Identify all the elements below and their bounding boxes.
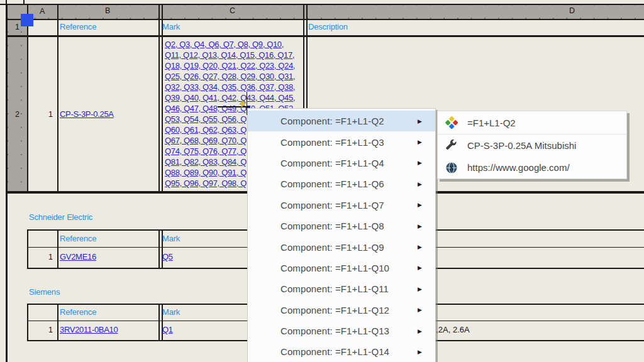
menu-item-component-q13[interactable]: Component: =F1+L1-Q13 ▶ bbox=[248, 321, 435, 341]
submenu-arrow-icon: ▶ bbox=[418, 223, 422, 229]
group-row-quantity: 1 bbox=[48, 253, 53, 261]
submenu-arrow-icon: ▶ bbox=[418, 307, 422, 313]
submenu-item-reference[interactable]: CP-S-3P-0.25A Mitsubishi bbox=[438, 134, 626, 156]
row-header-2[interactable]: 2 bbox=[15, 111, 19, 119]
grid-line bbox=[158, 304, 160, 341]
wrench-icon bbox=[445, 140, 458, 152]
context-menu: Component: =F1+L1-Q2 ▶ Component: =F1+L1… bbox=[247, 108, 436, 362]
column-header-d[interactable]: D bbox=[569, 7, 575, 15]
group-row-mark-link[interactable]: Q5 bbox=[162, 253, 173, 261]
group-title-siemens: Siemens bbox=[29, 288, 60, 297]
menu-item-label: Component: =F1+L1-Q11 bbox=[280, 283, 389, 294]
column-header-c[interactable]: C bbox=[230, 7, 235, 15]
menu-item-component-q6[interactable]: Component: =F1+L1-Q6 ▶ bbox=[248, 173, 435, 194]
main-row-quantity: 1 bbox=[48, 111, 53, 119]
mark-line[interactable]: Q25, Q26, Q27, Q28, Q29, Q30, Q31, bbox=[165, 71, 295, 82]
component-icon bbox=[445, 116, 458, 129]
grid-line bbox=[7, 35, 644, 37]
submenu-arrow-icon: ▶ bbox=[418, 265, 422, 271]
row-header-strip bbox=[7, 19, 27, 192]
group-row-description: 0,2A, 2.6A bbox=[431, 326, 470, 334]
menu-item-component-q12[interactable]: Component: =F1+L1-Q12 ▶ bbox=[248, 300, 435, 321]
group-header-reference: Reference bbox=[60, 308, 96, 317]
submenu-arrow-icon: ▶ bbox=[418, 118, 422, 124]
grid-line bbox=[162, 5, 163, 192]
submenu-arrow-icon: ▶ bbox=[418, 160, 422, 166]
menu-item-label: Component: =F1+L1-Q12 bbox=[280, 305, 389, 315]
grid-line bbox=[158, 5, 160, 192]
grid-line bbox=[27, 304, 28, 341]
group-header-reference: Reference bbox=[60, 234, 96, 243]
menu-item-label: Component: =F1+L1-Q10 bbox=[280, 263, 389, 273]
submenu-arrow-icon: ▶ bbox=[418, 139, 422, 145]
group-row-reference-link[interactable]: 3RV2011-0BA10 bbox=[60, 326, 118, 334]
group-title-schneider: Schneider Electric bbox=[29, 213, 92, 222]
menu-item-component-q9[interactable]: Component: =F1+L1-Q9 ▶ bbox=[248, 236, 435, 257]
menu-item-component-q14[interactable]: Component: =F1+L1-Q14 ▶ bbox=[248, 341, 435, 362]
globe-icon: S bbox=[445, 162, 458, 174]
group-header-mark: Mark bbox=[162, 308, 180, 317]
submenu-arrow-icon: ▶ bbox=[418, 286, 422, 292]
submenu-item-label: CP-S-3P-0.25A Mitsubishi bbox=[467, 140, 576, 151]
sheet-left-border bbox=[6, 4, 8, 362]
submenu-item-label: =F1+L1-Q2 bbox=[467, 118, 516, 128]
svg-text:S: S bbox=[450, 165, 453, 172]
main-header-description: Description bbox=[308, 23, 348, 31]
group-header-mark: Mark bbox=[162, 234, 180, 243]
submenu-arrow-icon: ▶ bbox=[418, 244, 422, 250]
menu-item-label: Component: =F1+L1-Q8 bbox=[280, 221, 384, 231]
main-row-reference-link[interactable]: CP-S-3P-0.25A bbox=[60, 110, 114, 119]
mark-line[interactable]: Q32, Q33, Q34, Q35, Q36, Q37, Q38, bbox=[165, 82, 295, 92]
grid-line bbox=[57, 5, 58, 192]
grid-line bbox=[57, 304, 58, 341]
menu-item-label: Component: =F1+L1-Q14 bbox=[280, 346, 389, 357]
mark-line[interactable]: Q11, Q12, Q13, Q14, Q15, Q16, Q17, bbox=[165, 50, 295, 60]
row-header-1[interactable]: 1 bbox=[15, 23, 19, 31]
grid-line bbox=[7, 19, 644, 20]
mark-line[interactable]: Q18, Q19, Q20, Q21, Q22, Q23, Q24, bbox=[165, 60, 295, 71]
menu-item-label: Component: =F1+L1-Q13 bbox=[280, 326, 389, 336]
grid-line bbox=[27, 5, 28, 192]
column-header-b[interactable]: B bbox=[105, 7, 110, 15]
submenu-arrow-icon: ▶ bbox=[418, 328, 422, 334]
drawing-sheet: A B C D 1 2 Reference Mark Description 1… bbox=[0, 0, 644, 362]
cursor-flash-icon bbox=[238, 100, 247, 109]
submenu-arrow-icon: ▶ bbox=[418, 349, 422, 355]
grid-line bbox=[27, 229, 28, 268]
submenu-arrow-icon: ▶ bbox=[418, 202, 422, 208]
menu-item-label: Component: =F1+L1-Q6 bbox=[280, 178, 384, 189]
menu-item-component-q7[interactable]: Component: =F1+L1-Q7 ▶ bbox=[248, 195, 435, 216]
menu-item-component-q8[interactable]: Component: =F1+L1-Q8 ▶ bbox=[248, 216, 435, 236]
menu-item-label: Component: =F1+L1-Q4 bbox=[280, 158, 384, 168]
submenu-item-component[interactable]: =F1+L1-Q2 bbox=[438, 111, 626, 134]
menu-item-label: Component: =F1+L1-Q2 bbox=[280, 116, 384, 126]
menu-item-component-q3[interactable]: Component: =F1+L1-Q3 ▶ bbox=[248, 131, 435, 152]
menu-item-component-q4[interactable]: Component: =F1+L1-Q4 ▶ bbox=[248, 153, 435, 173]
column-header-band bbox=[7, 5, 644, 19]
menu-item-label: Component: =F1+L1-Q7 bbox=[280, 200, 384, 211]
menu-item-component-q2[interactable]: Component: =F1+L1-Q2 ▶ bbox=[248, 111, 435, 131]
group-row-reference-link[interactable]: GV2ME16 bbox=[60, 253, 96, 261]
grid-line bbox=[57, 229, 58, 268]
component-submenu: =F1+L1-Q2 CP-S-3P-0.25A Mitsubishi S htt… bbox=[437, 111, 627, 179]
menu-item-label: Component: =F1+L1-Q3 bbox=[280, 137, 384, 148]
submenu-arrow-icon: ▶ bbox=[418, 181, 422, 187]
menu-item-component-q11[interactable]: Component: =F1+L1-Q11 ▶ bbox=[248, 278, 435, 299]
main-header-mark: Mark bbox=[162, 23, 180, 31]
main-header-reference: Reference bbox=[60, 23, 96, 31]
menu-item-component-q10[interactable]: Component: =F1+L1-Q10 ▶ bbox=[248, 258, 435, 278]
menu-item-label: Component: =F1+L1-Q9 bbox=[280, 242, 384, 253]
mark-line[interactable]: Q2, Q3, Q4, Q6, Q7, Q8, Q9, Q10, bbox=[165, 39, 295, 50]
mark-line[interactable]: Q39, Q40, Q41, Q42, Q43, Q44, Q45, bbox=[165, 92, 295, 103]
group-row-mark-link[interactable]: Q1 bbox=[162, 326, 173, 334]
group-row-quantity: 1 bbox=[48, 326, 53, 334]
grid-line bbox=[23, 0, 25, 4]
submenu-item-label: https://www.google.com/ bbox=[467, 162, 570, 173]
submenu-item-url[interactable]: S https://www.google.com/ bbox=[438, 156, 626, 178]
column-header-a[interactable]: A bbox=[40, 8, 45, 16]
selection-handle[interactable] bbox=[21, 14, 33, 26]
grid-line bbox=[158, 229, 160, 268]
